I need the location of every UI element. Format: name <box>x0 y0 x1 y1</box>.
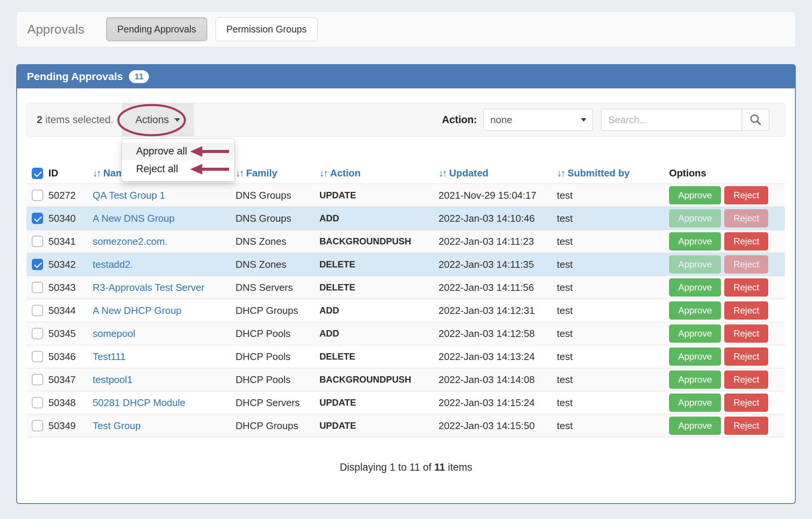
row-checkbox[interactable] <box>32 236 43 247</box>
search-button[interactable] <box>742 109 769 131</box>
dropdown-item-reject-all[interactable]: Reject all <box>122 160 234 178</box>
row-updated: 2022-Jan-03 14:15:50 <box>434 414 552 437</box>
approve-button[interactable]: Approve <box>669 186 721 204</box>
row-action: ADD <box>315 207 434 230</box>
reject-button[interactable]: Reject <box>724 371 768 389</box>
table-row: 50347testpool1DHCP PoolsBACKGROUNDPUSH20… <box>26 368 785 391</box>
approve-button[interactable]: Approve <box>669 301 721 320</box>
action-filter-value: none <box>490 114 512 126</box>
row-checkbox[interactable] <box>32 282 43 293</box>
tab-pending-approvals[interactable]: Pending Approvals <box>106 17 207 41</box>
row-submitted-by: test <box>552 299 665 322</box>
dropdown-item-approve-all[interactable]: Approve all <box>122 142 234 160</box>
row-family: DNS Servers <box>231 276 315 299</box>
row-name-link[interactable]: A New DNS Group <box>93 213 175 224</box>
table-row: 50346Test111DHCP PoolsDELETE2022-Jan-03 … <box>26 345 785 368</box>
row-action: DELETE <box>315 345 434 368</box>
row-name-link[interactable]: testpool1 <box>93 374 133 385</box>
row-submitted-by: test <box>552 253 665 276</box>
row-action: DELETE <box>315 253 434 276</box>
select-all-checkbox[interactable] <box>32 168 43 179</box>
row-family: DNS Groups <box>231 184 315 207</box>
tab-permission-groups[interactable]: Permission Groups <box>215 17 318 41</box>
row-updated: 2022-Jan-03 14:11:23 <box>434 230 552 253</box>
toolbar-right: Action: none <box>442 109 785 131</box>
approve-button[interactable]: Approve <box>669 394 721 412</box>
row-checkbox[interactable] <box>32 420 43 431</box>
pagination-status: Displaying 1 to 11 of 11 items <box>26 462 786 473</box>
row-checkbox[interactable] <box>32 259 43 270</box>
row-action: UPDATE <box>315 391 434 414</box>
table-row: 50272QA Test Group 1DNS GroupsUPDATE2021… <box>26 184 785 207</box>
sort-icon: ↓↑ <box>319 167 327 179</box>
row-name-link[interactable]: QA Test Group 1 <box>93 190 165 201</box>
row-updated: 2022-Jan-03 14:15:24 <box>434 391 552 414</box>
actions-button-label: Actions <box>135 114 169 126</box>
row-name-link[interactable]: somepool <box>93 328 135 339</box>
reject-button[interactable]: Reject <box>724 417 768 435</box>
row-name-link[interactable]: R3-Approvals Test Server <box>93 282 205 293</box>
search-input[interactable] <box>601 109 742 131</box>
actions-dropdown-button[interactable]: Actions <box>122 103 194 136</box>
row-submitted-by: test <box>552 230 665 253</box>
sort-icon: ↓↑ <box>236 167 243 179</box>
row-family: DHCP Pools <box>231 322 315 345</box>
row-name-link[interactable]: somezone2.com. <box>93 236 167 247</box>
row-action: ADD <box>315 322 434 345</box>
row-id: 50341 <box>44 230 88 253</box>
action-filter-select[interactable]: none <box>483 109 593 131</box>
row-id: 50345 <box>44 322 88 345</box>
page-title: Approvals <box>27 22 84 37</box>
reject-button[interactable]: Reject <box>724 209 768 227</box>
column-header-options: Options <box>665 165 785 184</box>
row-updated: 2022-Jan-03 14:14:08 <box>434 368 552 391</box>
annotation-arrow-icon <box>190 164 230 175</box>
row-name-link[interactable]: 50281 DHCP Module <box>93 397 185 408</box>
column-header-submitted[interactable]: ↓↑Submitted by <box>552 165 665 184</box>
row-id: 50347 <box>44 368 88 391</box>
row-name-link[interactable]: testadd2. <box>93 259 133 270</box>
reject-button[interactable]: Reject <box>724 186 768 204</box>
reject-button[interactable]: Reject <box>724 255 768 273</box>
row-action: UPDATE <box>315 414 434 437</box>
sort-icon: ↓↑ <box>557 167 564 179</box>
reject-button[interactable]: Reject <box>724 301 768 320</box>
table-row: 50341somezone2.com.DNS ZonesBACKGROUNDPU… <box>26 230 785 253</box>
reject-button[interactable]: Reject <box>724 278 768 297</box>
reject-button[interactable]: Reject <box>724 232 768 250</box>
row-name-link[interactable]: Test111 <box>93 351 126 362</box>
column-header-updated[interactable]: ↓↑Updated <box>434 165 552 184</box>
approve-button[interactable]: Approve <box>669 324 721 343</box>
column-header-action[interactable]: ↓↑Action <box>315 165 434 184</box>
row-updated: 2022-Jan-03 14:11:56 <box>434 276 552 299</box>
magnifier-icon <box>749 113 762 126</box>
count-badge: 11 <box>129 70 149 83</box>
row-name-link[interactable]: A New DHCP Group <box>93 305 181 316</box>
approve-button[interactable]: Approve <box>669 371 721 389</box>
row-checkbox[interactable] <box>32 328 43 339</box>
approve-button[interactable]: Approve <box>669 209 721 227</box>
row-checkbox[interactable] <box>32 190 43 201</box>
reject-button[interactable]: Reject <box>724 324 768 343</box>
row-checkbox[interactable] <box>32 374 43 385</box>
row-name-link[interactable]: Test Group <box>93 420 141 431</box>
approve-button[interactable]: Approve <box>669 417 721 435</box>
approve-button[interactable]: Approve <box>669 255 721 273</box>
dropdown-item-label: Approve all <box>136 145 187 157</box>
row-id: 50344 <box>44 299 88 322</box>
row-checkbox[interactable] <box>32 351 43 362</box>
row-checkbox[interactable] <box>32 397 43 408</box>
row-checkbox[interactable] <box>32 305 43 316</box>
column-header-family[interactable]: ↓↑Family <box>231 165 315 184</box>
reject-button[interactable]: Reject <box>724 348 768 366</box>
approve-button[interactable]: Approve <box>669 232 721 250</box>
row-submitted-by: test <box>552 322 665 345</box>
toolbar: 2 items selected. Actions Action: none <box>26 103 786 137</box>
footer-suffix: items <box>448 462 473 473</box>
approve-button[interactable]: Approve <box>669 278 721 297</box>
reject-button[interactable]: Reject <box>724 394 768 412</box>
row-family: DHCP Servers <box>231 391 315 414</box>
approve-button[interactable]: Approve <box>669 348 721 366</box>
row-family: DHCP Groups <box>231 414 315 437</box>
row-checkbox[interactable] <box>32 213 43 224</box>
